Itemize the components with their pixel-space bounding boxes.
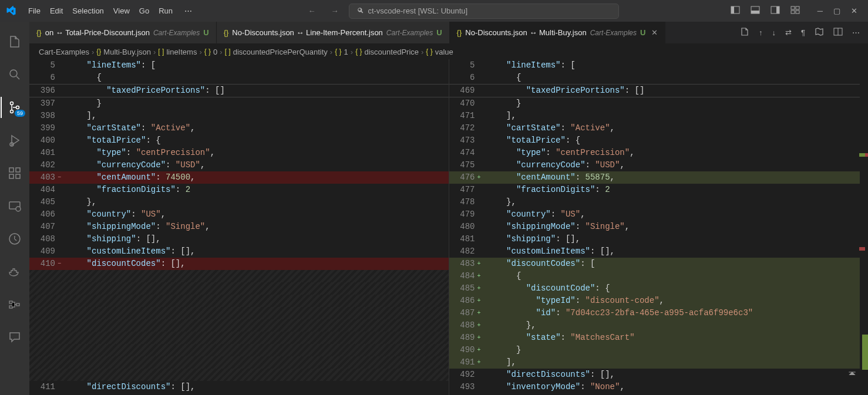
breadcrumb-item[interactable]: Cart-Examples: [39, 48, 89, 56]
code-line[interactable]: 479 "country": "US",: [449, 208, 869, 221]
code-line[interactable]: 397 }: [29, 97, 449, 110]
nav-forward-icon[interactable]: →: [326, 4, 343, 18]
code-line[interactable]: 474 "type": "centPrecision",: [449, 147, 869, 159]
code-line[interactable]: 6 {: [29, 72, 449, 84]
code-line[interactable]: [29, 332, 449, 344]
menu-view[interactable]: View: [109, 4, 134, 18]
activity-git-graph-icon[interactable]: [1, 291, 29, 319]
code-line[interactable]: 409 "customLineItems": [],: [29, 245, 449, 258]
breadcrumb-item[interactable]: [ ]lineItems: [158, 48, 197, 56]
code-line[interactable]: 6 {: [449, 72, 869, 84]
code-line[interactable]: [29, 344, 449, 356]
menu-go[interactable]: Go: [134, 4, 154, 18]
code-line[interactable]: 398 ],: [29, 110, 449, 122]
code-line[interactable]: 408 "shipping": [],: [29, 233, 449, 245]
breadcrumb-item[interactable]: { }0: [204, 48, 218, 56]
goto-top-icon[interactable]: [847, 370, 857, 384]
next-change-icon[interactable]: ↓: [769, 26, 780, 39]
code-line[interactable]: 5 "lineItems": [: [449, 59, 869, 72]
activity-search-icon[interactable]: [1, 60, 29, 89]
editor-tab[interactable]: {}No-Discounts.json ↔ Multi-Buy.jsonCart…: [450, 22, 666, 43]
code-line[interactable]: 483 "discountCodes": [: [449, 258, 869, 270]
code-line[interactable]: 5 "lineItems": [: [29, 59, 449, 72]
activity-explorer-icon[interactable]: [1, 28, 29, 56]
customize-layout-icon[interactable]: [786, 2, 805, 20]
code-line[interactable]: 493 "inventoryMode": "None",: [449, 381, 869, 393]
prev-change-icon[interactable]: ↑: [755, 26, 766, 39]
code-line[interactable]: 486 "typeId": "discount-code",: [449, 295, 869, 307]
code-line[interactable]: 488 },: [449, 319, 869, 332]
code-line[interactable]: 407 "shippingMode": "Single",: [29, 221, 449, 233]
editor-tab[interactable]: {}No-Discounts.json ↔ Line-Item-Percent.…: [217, 22, 450, 43]
show-whitespace-icon[interactable]: ¶: [798, 26, 809, 39]
code-line[interactable]: 492 "directDiscounts": [],: [449, 369, 869, 381]
code-line[interactable]: [29, 282, 449, 295]
menu-file[interactable]: File: [23, 4, 45, 18]
code-line[interactable]: 477 "fractionDigits": 2: [449, 184, 869, 196]
code-line[interactable]: 489 "state": "MatchesCart": [449, 332, 869, 344]
split-editor-icon[interactable]: [830, 25, 846, 40]
code-line[interactable]: 404 "fractionDigits": 2: [29, 184, 449, 196]
overview-ruler[interactable]: [860, 59, 868, 395]
code-line[interactable]: 490 }: [449, 344, 869, 356]
menu-edit[interactable]: Edit: [45, 4, 68, 18]
open-changes-icon[interactable]: [736, 25, 753, 40]
activity-comments-icon[interactable]: [1, 323, 29, 352]
menu-run[interactable]: Run: [154, 4, 177, 18]
activity-remote-icon[interactable]: [1, 192, 29, 220]
code-line[interactable]: 485 "discountCode": {: [449, 282, 869, 295]
window-close-icon[interactable]: ✕: [846, 3, 862, 19]
code-line[interactable]: 491 ],: [449, 356, 869, 369]
code-line[interactable]: 405 },: [29, 196, 449, 208]
code-line[interactable]: [29, 356, 449, 369]
breadcrumb[interactable]: Cart-Examples›{}Multi-Buy.json›[ ]lineIt…: [29, 44, 868, 59]
diff-pane-original[interactable]: 5 "lineItems": [6 {396 "taxedPricePortio…: [29, 59, 449, 395]
tab-close-icon[interactable]: ✕: [651, 28, 658, 37]
toggle-primary-sidebar-icon[interactable]: [726, 2, 745, 20]
swap-sides-icon[interactable]: ⇄: [782, 26, 795, 39]
command-center[interactable]: ct-vscode-rest [WSL: Ubuntu]: [349, 4, 619, 19]
toggle-panel-icon[interactable]: [746, 2, 765, 20]
breadcrumb-item[interactable]: {}Multi-Buy.json: [96, 48, 151, 56]
code-line[interactable]: 473 "totalPrice": {: [449, 134, 869, 147]
menu-selection[interactable]: Selection: [68, 4, 108, 18]
more-actions-icon[interactable]: ⋯: [849, 26, 863, 39]
activity-timeline-icon[interactable]: [1, 225, 29, 253]
code-line[interactable]: 476 "centAmount": 55875,: [449, 171, 869, 184]
code-line[interactable]: 480 "shippingMode": "Single",: [449, 221, 869, 233]
code-line[interactable]: 472 "cartState": "Active",: [449, 122, 869, 134]
code-line[interactable]: 487 "id": "7d04cc23-2bfa-465e-a995-acfa6…: [449, 307, 869, 319]
code-line[interactable]: 403 "centAmount": 74500,: [29, 171, 449, 184]
code-line[interactable]: 410 "discountCodes": [],: [29, 258, 449, 270]
editor-tab[interactable]: {}on ↔ Total-Price-Discount.jsonCart-Exa…: [29, 22, 217, 43]
code-line[interactable]: 481 "shipping": [],: [449, 233, 869, 245]
code-line[interactable]: 471 ],: [449, 110, 869, 122]
code-line[interactable]: [29, 307, 449, 319]
activity-scm-icon[interactable]: 59: [1, 93, 29, 121]
window-maximize-icon[interactable]: ▢: [829, 3, 845, 19]
code-line[interactable]: [29, 369, 449, 381]
code-line[interactable]: 411 "directDiscounts": [],: [29, 381, 449, 393]
window-minimize-icon[interactable]: ─: [813, 3, 827, 19]
code-line[interactable]: 475 "currencyCode": "USD",: [449, 159, 869, 171]
code-line[interactable]: 482 "customLineItems": [],: [449, 245, 869, 258]
breadcrumb-item[interactable]: { }1: [335, 48, 348, 56]
code-line[interactable]: 484 {: [449, 270, 869, 282]
nav-back-icon[interactable]: ←: [303, 4, 320, 18]
toggle-map-icon[interactable]: [811, 25, 827, 40]
code-line[interactable]: 478 },: [449, 196, 869, 208]
toggle-secondary-sidebar-icon[interactable]: [766, 2, 785, 20]
code-line[interactable]: 470 }: [449, 97, 869, 110]
breadcrumb-item[interactable]: { }value: [426, 48, 453, 56]
code-line[interactable]: 469 "taxedPricePortions": []: [449, 84, 869, 97]
breadcrumb-item[interactable]: [ ]discountedPricePerQuantity: [225, 48, 328, 56]
code-line[interactable]: 396 "taxedPricePortions": []: [29, 84, 449, 97]
code-line[interactable]: 406 "country": "US",: [29, 208, 449, 221]
code-line[interactable]: 402 "currencyCode": "USD",: [29, 159, 449, 171]
breadcrumb-item[interactable]: { }discountedPrice: [355, 48, 419, 56]
code-line[interactable]: [29, 319, 449, 332]
code-line[interactable]: 399 "cartState": "Active",: [29, 122, 449, 134]
activity-extensions-icon[interactable]: [1, 159, 29, 187]
activity-debug-icon[interactable]: [1, 126, 29, 154]
code-line[interactable]: 401 "type": "centPrecision",: [29, 147, 449, 159]
